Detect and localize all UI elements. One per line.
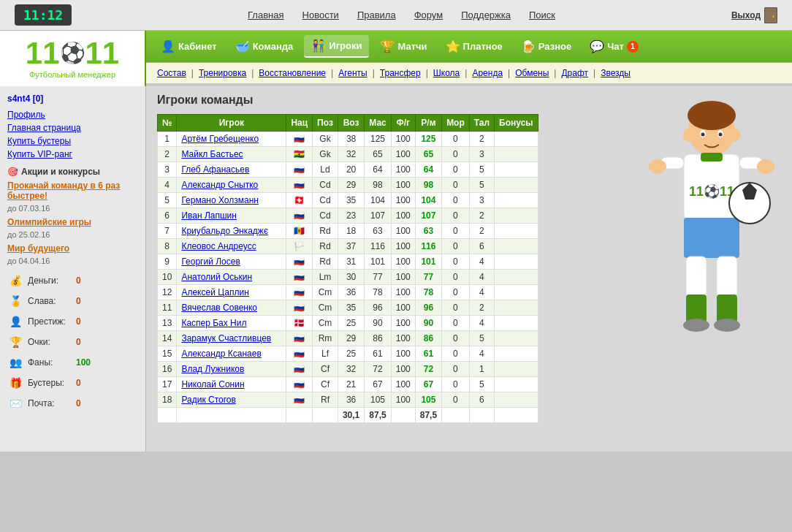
cell-num: 12	[158, 285, 177, 300]
cell-fg: 100	[391, 239, 415, 254]
cell-bonus	[495, 147, 538, 162]
col-age[interactable]: Воз	[338, 115, 364, 132]
col-fg[interactable]: Ф/г	[391, 115, 415, 132]
col-morale[interactable]: Мор	[442, 115, 470, 132]
promo-boost[interactable]: Прокачай команду в 6 раз быстрее!	[7, 180, 138, 201]
nav-rules[interactable]: Правила	[357, 10, 396, 20]
subnav-agents[interactable]: Агенты	[335, 66, 371, 80]
footer-avg-rm: 87,5	[415, 408, 441, 423]
fans-icon: 👥	[7, 354, 23, 370]
col-position[interactable]: Поз	[313, 115, 338, 132]
cell-age: 35	[338, 193, 364, 208]
cell-talent: 6	[469, 239, 494, 254]
cell-num: 17	[158, 377, 177, 392]
cell-pos: Cd	[313, 178, 338, 193]
nav-support[interactable]: Поддержка	[461, 10, 511, 20]
players-icon: 👫	[311, 39, 326, 53]
cell-num: 15	[158, 346, 177, 362]
cell-name: Александр Ксанаев	[177, 346, 286, 362]
cell-fg: 100	[391, 178, 415, 193]
cell-num: 8	[158, 239, 177, 254]
cell-name: Германо Холзманн	[177, 193, 286, 208]
nav-chat[interactable]: 💬 Чат 1	[582, 36, 646, 57]
stat-points: 🏆 Очки: 0	[7, 334, 138, 350]
cell-rm: 125	[415, 132, 441, 147]
subnav-roster[interactable]: Состав	[153, 66, 190, 80]
cell-age: 25	[338, 346, 364, 362]
cell-talent: 4	[469, 254, 494, 270]
cell-flag: 🇷🇺	[286, 254, 313, 270]
stat-money: 💰 Деньги: 0	[7, 273, 138, 289]
table-row: 10Анатолий Оськин🇷🇺Lm30771007704	[158, 270, 538, 285]
sidebar-buy-vip[interactable]: Купить VIP-ранг	[7, 149, 138, 159]
cell-bonus	[495, 270, 538, 285]
svg-text:11⚽11: 11⚽11	[689, 183, 734, 200]
promo-olympics[interactable]: Олимпийские игры	[7, 217, 138, 227]
chat-badge: 1	[627, 41, 639, 53]
cell-bonus	[495, 362, 538, 377]
cell-pos: Rm	[313, 331, 338, 346]
subnav-school[interactable]: Школа	[430, 66, 463, 80]
subnav-training[interactable]: Тренировка	[195, 66, 250, 80]
cell-num: 18	[158, 392, 177, 408]
cell-num: 1	[158, 132, 177, 147]
cell-fg: 100	[391, 346, 415, 362]
col-nationality[interactable]: Нац	[286, 115, 313, 132]
cell-rm: 64	[415, 162, 441, 178]
cell-flag: 🇷🇺	[286, 285, 313, 300]
col-bonus[interactable]: Бонусы	[495, 115, 538, 132]
cell-age: 25	[338, 316, 364, 331]
nav-misc[interactable]: 🍺 Разное	[514, 36, 579, 57]
money-icon: 💰	[7, 273, 23, 289]
sidebar-profile[interactable]: Профиль	[7, 110, 138, 120]
cell-morale: 0	[442, 254, 470, 270]
table-row: 17Николай Сонин🇷🇺Cf21671006705	[158, 377, 538, 392]
main-navigation: 👤 Кабинет 🥣 Команда 👫 Игроки 🏆 Матчи ⭐	[146, 31, 792, 62]
cell-fg: 100	[391, 285, 415, 300]
nav-players[interactable]: 👫 Игроки	[304, 35, 369, 58]
nav-forum[interactable]: Форум	[414, 10, 443, 20]
col-skill[interactable]: Мас	[365, 115, 392, 132]
exit-button[interactable]: Выход	[731, 7, 777, 23]
clock: 11:12	[15, 4, 72, 26]
cell-rm: 61	[415, 346, 441, 362]
stat-boosters: 🎁 Бустеры: 0	[7, 375, 138, 391]
nav-premium[interactable]: ⭐ Платное	[438, 36, 510, 57]
nav-team[interactable]: 🥣 Команда	[228, 36, 301, 57]
cell-morale: 0	[442, 132, 470, 147]
subnav-draft[interactable]: Драфт	[557, 66, 592, 80]
cell-name: Криубальдо Энкаджє	[177, 224, 286, 239]
character-area: 11⚽11	[639, 90, 785, 426]
sidebar-homepage[interactable]: Главная страница	[7, 123, 138, 133]
cell-talent: 2	[469, 208, 494, 224]
cell-name: Глеб Афанасьев	[177, 162, 286, 178]
sidebar-buy-boosters[interactable]: Купить бустеры	[7, 136, 138, 146]
subnav-stars[interactable]: Звезды	[597, 66, 634, 80]
stat-fame: 🏅 Слава: 0	[7, 293, 138, 309]
col-number[interactable]: №	[158, 115, 177, 132]
cell-age: 20	[338, 162, 364, 178]
cell-name: Николай Сонин	[177, 377, 286, 392]
nav-search[interactable]: Поиск	[529, 10, 555, 20]
cell-age: 23	[338, 208, 364, 224]
promo-future-deadline: до 04.04.16	[7, 256, 138, 265]
subnav-transfer[interactable]: Трансфер	[376, 66, 424, 80]
cell-age: 29	[338, 331, 364, 346]
subnav-recovery[interactable]: Восстановление	[255, 66, 330, 80]
cell-bonus	[495, 208, 538, 224]
nav-home[interactable]: Главная	[248, 10, 283, 20]
nav-news[interactable]: Новости	[302, 10, 339, 20]
col-talent[interactable]: Тал	[469, 115, 494, 132]
nav-matches[interactable]: 🏆 Матчи	[373, 36, 434, 57]
nav-cabinet[interactable]: 👤 Кабинет	[153, 36, 224, 57]
subnav-rent[interactable]: Аренда	[468, 66, 506, 80]
cell-age: 29	[338, 178, 364, 193]
cell-num: 2	[158, 147, 177, 162]
subnav-trades[interactable]: Обмены	[511, 66, 552, 80]
cell-flag: 🇷🇺	[286, 331, 313, 346]
col-name[interactable]: Игрок	[177, 115, 286, 132]
table-row: 7Криубальдо Энкаджє🇲🇩Rd18631006302	[158, 224, 538, 239]
cell-talent: 3	[469, 193, 494, 208]
col-rm[interactable]: Р/м	[415, 115, 441, 132]
promo-future[interactable]: Мир будущего	[7, 243, 138, 254]
